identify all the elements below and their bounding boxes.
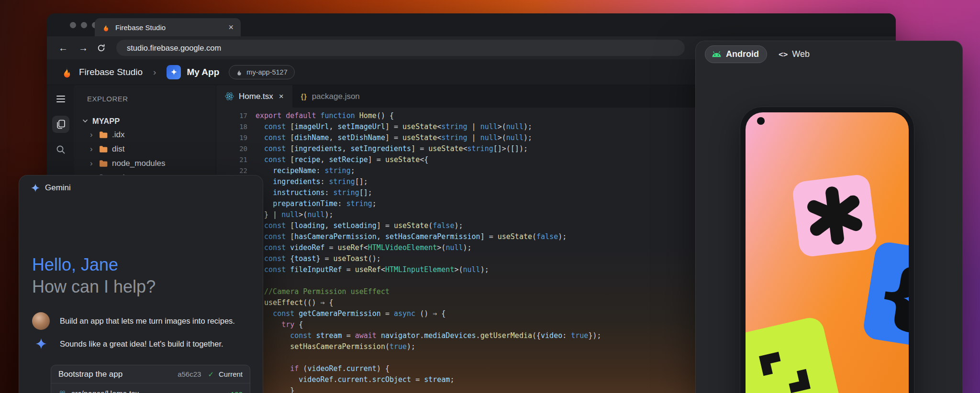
line-content: recipeName: string;	[247, 165, 355, 176]
line-content: const [hasCameraPermission, setHasCamera…	[247, 231, 567, 242]
menu-button[interactable]	[56, 94, 65, 104]
tree-root-myapp[interactable]: MYAPP	[74, 114, 216, 128]
platform-toggles: Android <> Web	[705, 45, 813, 63]
greeting-line-2: How can I help?	[32, 276, 156, 298]
chat-message-gemini: Sounds like a great idea! Let's build it…	[32, 338, 254, 350]
asterisk-shape	[791, 174, 878, 258]
tree-item-dist[interactable]: ›dist	[74, 142, 216, 156]
task-card-header: Bootstrap the app a56c23 ✓ Current	[51, 365, 250, 383]
app-name[interactable]: My App	[187, 67, 219, 77]
explorer-heading: EXPLORER	[87, 95, 216, 103]
line-content: const [imageUrl, setImageUrl] = useState…	[247, 121, 532, 132]
line-number: 18	[216, 121, 247, 132]
camera-punch-hole-icon	[757, 117, 765, 125]
back-button[interactable]: ←	[57, 43, 69, 54]
phone-mockup: {	[740, 107, 914, 393]
browser-tab-title: Firebase Studio	[115, 23, 223, 32]
reload-icon	[97, 44, 106, 53]
web-toggle[interactable]: <> Web	[775, 49, 813, 59]
line-content: videoRef.current.srcObject = stream;	[247, 374, 454, 385]
line-content: ingredients: string[];	[247, 176, 368, 187]
reload-button[interactable]	[97, 44, 106, 53]
android-toggle[interactable]: Android	[705, 45, 767, 63]
line-content: const [dishName, setDishName] = useState…	[247, 132, 532, 143]
brackets-shape	[746, 315, 842, 393]
curly-brace-glyph: {	[869, 254, 909, 335]
search-button[interactable]	[56, 144, 66, 155]
line-content: export default function Home() {	[247, 110, 394, 121]
chat-message-user: Build an app that lets me turn images in…	[32, 312, 254, 330]
file-path: src/pages/Home.tsx	[71, 390, 222, 393]
line-content: preparationTime: string;	[247, 198, 377, 209]
window-minimize-button[interactable]	[81, 22, 87, 28]
gemini-title: Gemini	[45, 183, 71, 193]
firebase-studio-promo: Firebase Studio × ← → studio.firebase.go…	[0, 0, 980, 393]
line-content: const videoRef = useRef<HTMLVideoElement…	[247, 242, 472, 253]
browser-tab[interactable]: Firebase Studio ×	[95, 18, 241, 36]
react-icon	[225, 92, 234, 101]
task-card-file-row[interactable]: src/pages/Home.tsx +122	[51, 383, 250, 393]
line-content: const [loading, setLoading] = useState(f…	[247, 220, 463, 231]
search-icon	[56, 144, 66, 155]
json-braces-icon: {}	[301, 93, 307, 100]
line-content: const [recipe, setRecipe] = useState<{	[247, 154, 428, 165]
commit-hash: a56c23	[178, 370, 201, 378]
gemini-sparkle-icon	[32, 338, 50, 350]
web-toggle-label: Web	[792, 49, 810, 59]
app-icon	[167, 65, 181, 79]
check-icon: ✓	[208, 370, 214, 379]
task-title: Bootstrap the app	[58, 370, 173, 379]
copy-pages-icon	[56, 119, 66, 130]
line-number: 20	[216, 143, 247, 154]
folder-icon	[99, 131, 108, 139]
editor-tab-label: package.json	[312, 92, 360, 101]
editor-tab-home-tsx[interactable]: Home.tsx ×	[216, 85, 292, 108]
tree-item-idx[interactable]: ›.idx	[74, 128, 216, 142]
window-close-button[interactable]	[70, 22, 76, 28]
traffic-light-buttons	[70, 22, 98, 28]
line-content: const [ingredients, setIngredients] = us…	[247, 143, 528, 154]
firebase-logo-icon	[61, 66, 73, 78]
url-bar[interactable]: studio.firebase.google.com	[116, 40, 685, 56]
chat-message-text: Build an app that lets me turn images in…	[60, 317, 235, 326]
firebase-favicon-icon	[102, 23, 110, 32]
folder-icon	[99, 145, 108, 153]
brace-shape: {	[862, 240, 909, 350]
tree-item-node_modules[interactable]: ›node_modules	[74, 156, 216, 171]
corner-brackets-icon	[751, 338, 819, 393]
line-number: 21	[216, 154, 247, 165]
diff-added-count: +122	[226, 390, 243, 393]
user-avatar	[32, 312, 50, 330]
line-content: if (videoRef.current) {	[247, 363, 390, 374]
forward-button[interactable]: →	[78, 43, 89, 54]
tree-item-label: node_modules	[112, 159, 166, 168]
editor-tab-label: Home.tsx	[239, 92, 273, 101]
react-icon	[58, 390, 67, 393]
gemini-panel: Gemini Hello, Jane How can I help? Build…	[19, 175, 263, 393]
code-brackets-icon: <>	[779, 50, 788, 59]
brand-title: Firebase Studio	[79, 67, 143, 77]
android-icon	[712, 51, 722, 57]
android-toggle-label: Android	[726, 49, 759, 59]
tree-root-label: MYAPP	[92, 117, 120, 126]
breadcrumb-separator: ›	[153, 67, 156, 77]
task-card[interactable]: Bootstrap the app a56c23 ✓ Current src/p…	[51, 365, 250, 393]
tab-close-icon[interactable]: ×	[228, 23, 234, 32]
gemini-header: Gemini	[31, 183, 71, 193]
phone-screen: {	[746, 112, 909, 393]
line-content: const getCameraPermission = async () ⇒ {	[247, 308, 445, 319]
browser-titlebar: Firebase Studio ×	[47, 13, 896, 36]
editor-tab-close-icon[interactable]: ×	[279, 92, 284, 101]
greeting-line-1: Hello, Jane	[32, 254, 156, 276]
chevron-right-icon: ›	[90, 144, 95, 154]
line-number: 17	[216, 110, 247, 121]
editor-tab-package-json[interactable]: {} package.json	[292, 85, 368, 108]
app-badge[interactable]: my-app-5127	[229, 65, 294, 79]
explorer-button[interactable]	[52, 116, 69, 133]
folder-icon	[99, 160, 108, 167]
chevron-down-icon	[82, 119, 88, 123]
line-content: const fileInputRef = useRef<HTMLInputEle…	[247, 264, 489, 275]
line-content: setHasCameraPermission(true);	[247, 341, 415, 352]
asterisk-icon	[802, 183, 868, 249]
chevron-right-icon: ›	[90, 130, 95, 140]
